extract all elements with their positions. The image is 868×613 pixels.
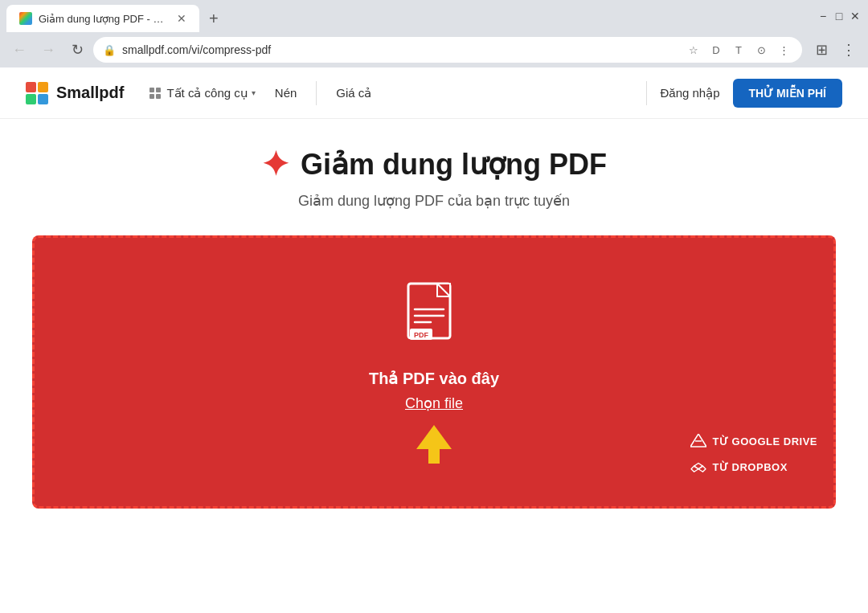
menu-button[interactable]: ⋮ [836,37,862,63]
svg-marker-10 [691,466,698,472]
svg-marker-9 [694,464,702,469]
new-tab-button[interactable]: + [199,5,228,32]
nav-right: Đăng nhập THỬ MIỄN PHÍ [646,79,842,108]
title-bar: Giảm dung lượng PDF - Giảm PD ✕ + − □ ✕ [0,0,868,32]
hero-heading: Giảm dung lượng PDF [301,148,607,182]
maximize-button[interactable]: □ [833,10,845,22]
nav-menu: Tất cả công cụ ▾ Nén Giá cả [149,81,620,105]
tools-chevron-icon: ▾ [252,88,256,97]
google-drive-icon [690,434,706,448]
logo-square-2 [38,82,48,92]
upload-arrow [416,425,452,464]
forward-button[interactable]: → [35,37,61,63]
login-button[interactable]: Đăng nhập [660,86,719,100]
free-trial-button[interactable]: THỬ MIỄN PHÍ [733,79,842,108]
drop-zone-wrapper: PDF Thả PDF vào đây Chọn file [0,223,868,613]
minimize-button[interactable]: − [817,10,829,22]
lock-icon: 🔒 [103,44,116,56]
logo-square-4 [38,94,48,104]
close-button[interactable]: ✕ [849,10,862,22]
choose-file-link[interactable]: Chọn file [405,394,463,412]
toolbar-icons: ⊞ ⋮ [809,37,862,63]
logo-square-3 [26,94,36,104]
active-tab[interactable]: Giảm dung lượng PDF - Giảm PD ✕ [6,5,199,32]
nav-compress[interactable]: Nén [275,86,297,100]
hero-pdf-icon: ✦ [261,145,289,184]
hero-subtitle: Giảm dung lượng PDF của bạn trực tuyến [0,192,868,210]
dropbox-icon [690,460,706,474]
reload-button[interactable]: ↻ [64,37,90,63]
dropbox-label: TỪ DROPBOX [713,461,788,473]
address-icons: ☆ D T ⊙ ⋮ [685,41,792,59]
svg-marker-11 [698,466,706,472]
nav-tools[interactable]: Tất cả công cụ ▾ [149,86,255,100]
bookmark-icon[interactable]: ☆ [685,41,702,59]
hero-section: ✦ Giảm dung lượng PDF Giảm dung lượng PD… [0,119,868,223]
address-bar-row: ← → ↻ 🔒 smallpdf.com/vi/compress-pdf ☆ D… [0,32,868,67]
dropbox-option[interactable]: TỪ DROPBOX [690,460,817,474]
translate-icon[interactable]: T [730,41,747,59]
google-drive-option[interactable]: TỪ GOOGLE DRIVE [690,434,817,448]
logo-square-1 [26,82,36,92]
svg-marker-7 [690,434,706,447]
page-content: Smallpdf Tất cả công cụ ▾ Nén Giá cả [0,67,868,613]
drop-zone[interactable]: PDF Thả PDF vào đây Chọn file [32,235,836,509]
back-button[interactable]: ← [6,37,32,63]
drop-text: Thả PDF vào đây [369,369,499,388]
browser-frame: Giảm dung lượng PDF - Giảm PD ✕ + − □ ✕ … [0,0,868,613]
logo-text: Smallpdf [56,84,124,102]
nav-divider [316,81,317,105]
navbar: Smallpdf Tất cả công cụ ▾ Nén Giá cả [0,67,868,119]
pdf-icon-wrapper: PDF [402,280,466,356]
profile-icon[interactable]: D [707,41,725,59]
side-options: TỪ GOOGLE DRIVE TỪ DROPBOX [690,434,817,474]
nav-divider-2 [646,81,647,105]
nav-pricing-label: Giá cả [336,86,371,100]
tab-area: Giảm dung lượng PDF - Giảm PD ✕ + [6,0,817,32]
google-drive-label: TỪ GOOGLE DRIVE [713,435,817,447]
nav-tools-label: Tất cả công cụ [166,86,248,100]
logo-area[interactable]: Smallpdf [26,82,124,104]
tab-close-button[interactable]: ✕ [177,12,186,25]
address-bar[interactable]: 🔒 smallpdf.com/vi/compress-pdf ☆ D T ⊙ ⋮ [93,37,802,63]
hero-title-row: ✦ Giảm dung lượng PDF [0,145,868,184]
nav-pricing[interactable]: Giá cả [336,86,371,100]
more-icon[interactable]: ⋮ [775,41,792,59]
svg-text:PDF: PDF [414,331,429,339]
window-controls: − □ ✕ [817,10,862,22]
tab-favicon [19,12,32,25]
nav-compress-label: Nén [275,86,297,100]
tab-title: Giảm dung lượng PDF - Giảm PD [39,13,167,25]
account-icon[interactable]: ⊙ [752,41,770,59]
pdf-file-icon: PDF [402,280,466,353]
extensions-button[interactable]: ⊞ [809,37,834,63]
logo-icon [26,82,48,104]
url-text: smallpdf.com/vi/compress-pdf [122,43,678,56]
